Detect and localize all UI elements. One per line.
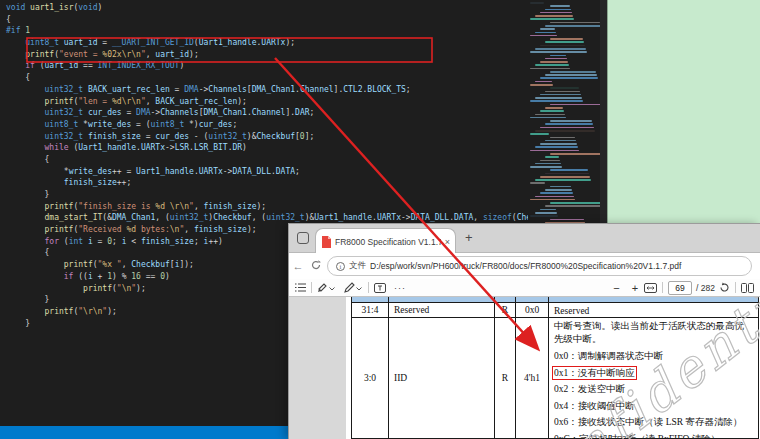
toolbar-divider [368,282,369,293]
minimap-line [540,28,555,30]
address-bar: ← i 文件 D:/esp/work/svn/PH600/truck/FR800… [289,253,760,279]
minimap-line [540,77,598,79]
minimap-line [545,74,597,76]
back-icon[interactable]: ← [289,260,307,272]
minimap-line [540,209,556,211]
minimap-line [540,143,577,145]
minimap-line [530,18,574,20]
code-line: #if 1 [6,25,528,37]
code-line: { [6,72,528,84]
highlighter-dropdown-icon[interactable] [329,286,335,292]
more-tools-icon[interactable]: ··· [386,279,406,297]
code-line: uint32_t cur_des = DMA->Channels[DMA_Cha… [6,107,528,119]
minimap-line [550,104,600,106]
minimap-line [540,127,594,129]
page-number-input[interactable]: 69 [668,281,692,295]
code-line: uint32_t finish_size = cur_des - (uint32… [6,131,528,143]
minimap-line [545,107,563,109]
highlighter-icon[interactable] [317,279,328,297]
pdf-toolbar: ··· − + 69 / 282 [289,279,760,297]
pdf-viewer[interactable]: 31:4ReservedR0x0Reserved3:0IIDR4'h1中断号查询… [289,297,760,439]
page-view-icon[interactable] [741,279,760,297]
new-tab-button[interactable]: + [465,230,473,245]
minimap-line [535,81,552,83]
fit-width-icon[interactable] [644,279,657,297]
tab-title: FR8000 Specification V1.1.7.pdf [335,237,441,247]
minimap-line [535,196,574,198]
minimap-line [550,87,579,89]
minimap-line [550,120,592,122]
pdf-table-cell: R [495,303,516,318]
code-line: } [6,189,528,201]
code-line: finish_size++; [6,177,528,189]
page-info-icon[interactable]: i [336,262,345,271]
minimap-line [545,123,593,125]
minimap-line [545,9,571,11]
pdf-table-cell: 4'h1 [516,318,549,439]
code-line: printf("event = %02x\r\n", uart_id); [6,49,528,61]
pdf-table-cell: R [495,318,516,439]
minimap-line [530,166,562,168]
minimap-line [550,169,588,171]
minimap-line [540,176,590,178]
minimap-line [535,130,595,132]
draw-pen-dropdown-icon[interactable] [356,286,362,292]
toc-icon[interactable] [289,279,306,297]
address-scheme-label: 文件 [349,260,366,272]
code-line: { [6,154,528,166]
pdf-table-cell: 0x0 [516,303,549,318]
minimap-line [545,205,600,207]
code-line: { [6,14,528,26]
zoom-in-icon[interactable]: + [626,282,644,294]
code-line: uint32_t BACK_uart_rec_len = DMA->Channe… [6,84,528,96]
minimap-line [550,5,570,7]
minimap-line [535,179,591,181]
pdf-highlight-box: 0x1：没有中断响应 [554,368,635,378]
tab-strip: FR8000 Specification V1.1.7.pdf × + [289,224,760,253]
minimap-line [535,97,582,99]
minimap-line [530,150,579,152]
reload-icon[interactable] [307,260,325,272]
minimap-line [545,58,567,60]
minimap-line [540,45,585,47]
pdf-table-row: 31:4ReservedR0x0Reserved [352,303,759,318]
minimap-line [535,48,586,50]
code-line: uint8_t uart_id = __UART_INT_GET_ID(Uart… [6,37,528,49]
minimap-line [535,32,556,34]
minimap-line [535,64,569,66]
pdf-table-cell: 31:4 [352,303,389,318]
toolbar-divider [311,282,312,293]
minimap-line [530,117,566,119]
minimap-line [530,199,575,201]
tab-actions-icon[interactable] [297,232,309,244]
minimap-line [545,140,576,142]
minimap-line [530,100,583,102]
minimap-line [550,55,566,57]
address-input[interactable]: i 文件 D:/esp/work/svn/PH600/truck/FR800/d… [327,256,752,276]
code-line: *write_des++ = Uart1_handle.UARTx->DATA_… [6,166,528,178]
address-url[interactable]: D:/esp/work/svn/PH600/truck/FR800/docs/F… [370,261,681,271]
page-total-label: / 282 [696,283,715,293]
minimap-line [545,41,584,43]
minimap-line [540,192,573,194]
code-line: printf("finish_size is %d \r\n", finish_… [6,201,528,213]
minimap-line [530,51,587,53]
draw-pen-icon[interactable] [336,279,355,297]
minimap-line [550,186,571,188]
minimap-line [550,153,600,155]
minimap-line [535,163,561,165]
minimap-line [540,61,568,63]
pdf-tab[interactable]: FR8000 Specification V1.1.7.pdf × [315,228,456,254]
add-text-icon[interactable] [374,279,386,297]
minimap-line [530,84,553,86]
minimap-line [535,114,565,116]
minimap-line [545,91,580,93]
screen: void uart1_isr(void){#if 1 uint8_t uart_… [0,0,760,439]
minimap-line [550,22,600,24]
rotate-icon[interactable] [719,279,730,297]
minimap-line [530,215,558,217]
tab-close-icon[interactable]: × [445,237,450,247]
zoom-out-icon[interactable]: − [607,282,625,294]
pdf-table-cell: 3:0 [352,318,389,439]
minimap-line [550,219,584,221]
